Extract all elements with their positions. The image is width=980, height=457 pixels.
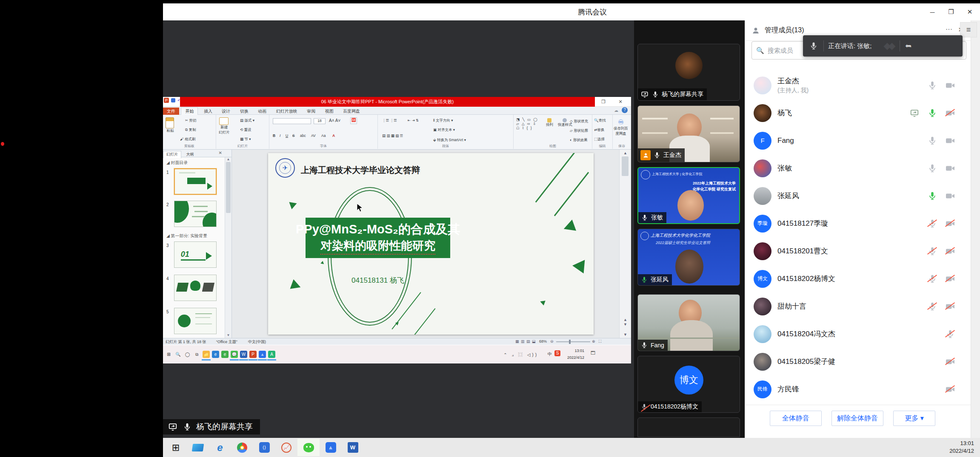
format-painter-button[interactable]: 🖌 格式刷 [180, 137, 195, 142]
participant-row[interactable]: 民锋 方民锋 [745, 375, 971, 403]
participant-row[interactable]: 张延风 [745, 182, 971, 210]
camera-status-icon[interactable] [945, 108, 956, 119]
slide-thumbnail-4[interactable] [174, 275, 217, 301]
section-button[interactable]: ▦ 节 ▾ [240, 137, 251, 142]
font-color-button[interactable]: A [332, 133, 335, 138]
camera-status-icon[interactable] [945, 163, 956, 174]
participant-row[interactable]: 041518205梁子健 [745, 348, 971, 375]
slides-panel-scrollbar[interactable]: ▲ ▼ [225, 157, 231, 338]
slide-thumbnail-3[interactable]: 01 [174, 241, 217, 268]
tab-view[interactable]: 视图 [321, 108, 337, 116]
slide-thumbnail-2[interactable] [174, 201, 217, 227]
shapes-gallery[interactable]: ⬔ ╲ ▭ ◯▱ △ ⇨ ⇩☖ ⌇ { } [516, 117, 538, 130]
zoom-in-button[interactable]: ⊕ [592, 339, 595, 343]
mic-status-icon[interactable] [927, 190, 938, 202]
arrange-button[interactable]: 排列 [546, 118, 553, 128]
grow-font-button[interactable]: A˄ A˅ [329, 118, 340, 123]
start-button[interactable]: ⊞ [165, 439, 187, 456]
cut-button[interactable]: ✂ 剪切 [185, 118, 196, 123]
video-tile-yangbowen[interactable]: 博文 041518202杨博文 [637, 356, 740, 413]
cloud-sync-icon[interactable]: ☁ [614, 108, 618, 113]
video-tile-screen-share[interactable]: 杨飞的屏幕共享 [637, 44, 740, 101]
ie-icon[interactable]: e [209, 439, 231, 456]
mic-status-icon[interactable] [927, 246, 938, 257]
font-size-select[interactable]: 18 [314, 118, 326, 124]
fit-to-window-button[interactable]: ⛶ [599, 339, 601, 344]
find-button[interactable]: 🔍查找 [594, 118, 606, 123]
tab-home[interactable]: 开始 [181, 107, 198, 115]
ppt-restore-button[interactable]: ❐ [598, 98, 609, 106]
change-case-button[interactable]: Aa [321, 133, 326, 138]
camera-status-icon[interactable] [945, 301, 956, 312]
smartart-button[interactable]: ⬙ 转换为 SmartArt ▾ [433, 138, 466, 143]
panel-menu-icon[interactable]: ≡ [960, 22, 977, 37]
replace-button[interactable]: ⇄替换 [594, 128, 604, 133]
shape-fill-button[interactable]: ◇ 形状填充 [570, 119, 588, 124]
word-icon[interactable]: W [342, 439, 364, 456]
participant-row[interactable]: 甜劫十言 [745, 292, 971, 320]
participant-row[interactable]: 王金杰(主持人, 我) [745, 71, 971, 99]
text-direction-button[interactable]: ⫴ 文字方向 ▾ [433, 118, 453, 123]
ppt-close-button[interactable]: ✕ [615, 98, 626, 106]
participant-row[interactable]: 041518201曹文 [745, 237, 971, 265]
video-tile-zhangmin-active-speaker[interactable]: 上海工程技术大学 | 化学化工学院 2022年上海工程技术大学 化学化工学院 研… [637, 167, 740, 224]
slide-1[interactable]: ✈ 上海工程技术大学毕业论文答辩 [268, 153, 594, 335]
reply-arrow-icon[interactable]: ➦ [905, 41, 911, 51]
tab-animations[interactable]: 动画 [254, 108, 270, 116]
participant-row[interactable]: 041518204冯文杰 [745, 320, 971, 348]
more-button[interactable]: 更多 ▾ [893, 411, 935, 426]
camera-status-icon[interactable] [945, 218, 956, 229]
tab-baidu-netdisk[interactable]: 百度网盘 [339, 108, 364, 116]
unmute-all-button[interactable]: 解除全体静音 [831, 411, 883, 426]
participant-row[interactable]: 季璇 041518127季璇 [745, 210, 971, 237]
tencent-meeting-icon[interactable]: ⩓ [320, 439, 342, 456]
dev-app-icon[interactable]: ⟨⟩ [253, 439, 275, 456]
shape-outline-button[interactable]: ▱ 形状轮廓 [570, 128, 588, 133]
presenter-wechat-icon[interactable]: 💬 [231, 351, 238, 358]
new-slide-button[interactable]: 新建幻灯片 [219, 117, 230, 135]
save-icon[interactable] [171, 98, 175, 102]
participant-row[interactable]: F Fang [745, 127, 971, 154]
select-button[interactable]: ⬚选择 [594, 137, 605, 142]
tab-file[interactable]: 文件 [163, 108, 179, 116]
video-tile-fang[interactable]: Fang [637, 294, 740, 351]
tab-slideshow[interactable]: 幻灯片放映 [272, 108, 301, 116]
tab-transitions[interactable]: 切换 [236, 108, 252, 116]
camera-status-icon[interactable] [945, 384, 956, 395]
participant-row[interactable]: 博文 041518202杨博文 [745, 265, 971, 292]
video-tile-wangjinjie[interactable]: 王金杰 [637, 105, 740, 162]
mute-all-button[interactable]: 全体静音 [770, 411, 822, 426]
tab-insert[interactable]: 插入 [200, 108, 216, 116]
presenter-pdf-icon[interactable]: A [268, 351, 275, 358]
section-header-2[interactable]: ◢ 第一部分: 实验背景 [166, 233, 207, 239]
panel-close-icon[interactable]: ✕ [219, 150, 222, 155]
camera-status-icon[interactable] [945, 190, 956, 202]
underline-button[interactable]: U [286, 133, 288, 138]
mic-status-icon[interactable] [927, 135, 938, 146]
layout-button[interactable]: ▤ 版式 ▾ [240, 118, 254, 123]
participant-row[interactable]: 杨飞 [745, 99, 971, 127]
this-pc-icon[interactable] [187, 439, 209, 456]
participant-row[interactable]: 张敏 [745, 154, 971, 182]
italic-button[interactable]: I [280, 133, 280, 138]
zoom-out-button[interactable]: ⊖ [550, 339, 554, 343]
paste-button[interactable]: 粘贴 [166, 117, 175, 133]
align-text-button[interactable]: ▣ 对齐文本 ▾ [433, 128, 455, 133]
tab-review[interactable]: 审阅 [303, 108, 319, 116]
shadow-button[interactable]: abc [300, 133, 306, 138]
outline-tab[interactable]: 大纲 [183, 151, 197, 158]
language-indicator[interactable]: 中文(中国) [248, 339, 266, 345]
presenter-ime-indicator[interactable]: 中 [548, 351, 552, 357]
help-icon[interactable]: ? [622, 107, 628, 113]
ppt-main-scrollbar[interactable]: ▲ ▲▼ ▼ [619, 150, 631, 338]
slide-thumbnail-5[interactable] [174, 308, 217, 334]
presenter-edge-icon[interactable]: e [212, 351, 219, 358]
camera-status-icon[interactable] [945, 246, 956, 257]
shape-effects-button[interactable]: ◐ 形状效果 [570, 138, 588, 143]
close-button[interactable]: ✕ [960, 3, 979, 20]
presenter-explorer-icon[interactable]: 📁 [203, 351, 210, 358]
presenter-tray-icons[interactable]: ⌃ ⟓ ⿴ ◁)) [503, 351, 538, 358]
bullets-button[interactable]: ⋮☰ ⋮☰ [382, 118, 397, 122]
chrome-icon[interactable] [231, 439, 253, 456]
maximize-button[interactable]: ❐ [942, 3, 960, 20]
